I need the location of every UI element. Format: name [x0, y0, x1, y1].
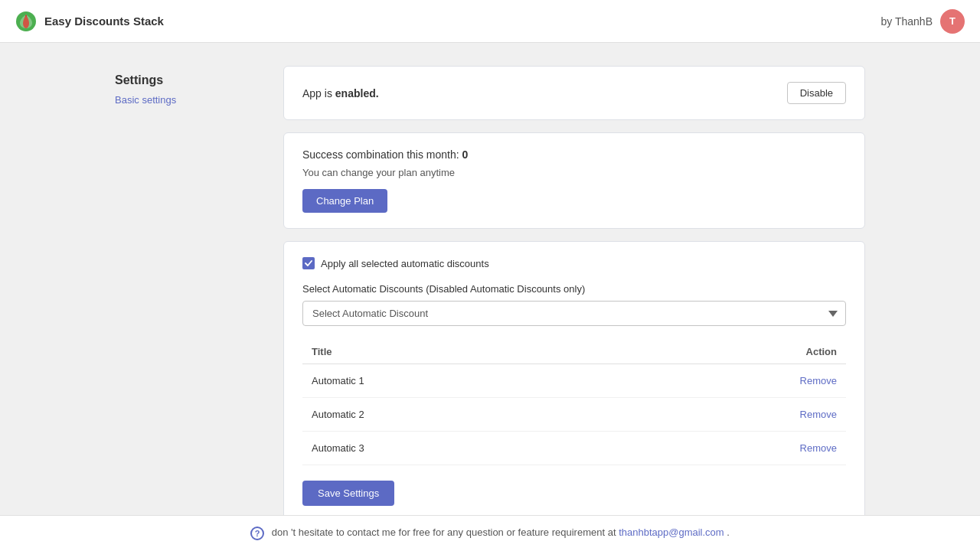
info-icon: ?	[250, 527, 264, 540]
apply-discounts-checkbox[interactable]	[302, 257, 315, 269]
select-automatic-discount[interactable]: Select Automatic Discount	[302, 301, 846, 326]
app-status-card: App is enabled. Disable	[283, 66, 865, 120]
sidebar-link-basic-settings[interactable]: Basic settings	[115, 94, 176, 106]
main-layout: Settings Basic settings App is enabled. …	[69, 43, 911, 545]
table-row: Automatic 3 Remove	[302, 432, 846, 465]
app-status-value: enabled.	[335, 87, 379, 99]
remove-button-1[interactable]: Remove	[800, 409, 837, 420]
sidebar-title: Settings	[115, 73, 253, 87]
disable-button[interactable]: Disable	[787, 82, 846, 104]
app-name: Easy Discounts Stack	[44, 15, 164, 28]
plan-card: Success combination this month: 0 You ca…	[283, 132, 865, 229]
checkbox-label: Apply all selected automatic discounts	[321, 258, 489, 269]
table-row: Automatic 2 Remove	[302, 398, 846, 432]
top-bar: Easy Discounts Stack by ThanhB T	[0, 0, 980, 43]
top-bar-right: by ThanhB T	[881, 9, 965, 34]
app-status-prefix: App is	[302, 87, 335, 99]
discount-title-2: Automatic 3	[302, 432, 608, 465]
footer-suffix: .	[727, 527, 730, 538]
select-label: Select Automatic Discounts (Disabled Aut…	[302, 283, 846, 295]
change-plan-button[interactable]: Change Plan	[302, 189, 387, 213]
content-area: App is enabled. Disable Success combinat…	[283, 66, 865, 522]
plan-combination: Success combination this month: 0	[302, 148, 846, 161]
settings-card: Apply all selected automatic discounts S…	[283, 241, 865, 522]
remove-button-2[interactable]: Remove	[800, 442, 837, 454]
footer-text: don 't hesitate to contact me for free f…	[272, 527, 619, 538]
discount-action-0[interactable]: Remove	[608, 364, 847, 398]
save-settings-button[interactable]: Save Settings	[302, 481, 394, 506]
table-row: Automatic 1 Remove	[302, 364, 846, 398]
avatar: T	[940, 9, 965, 34]
remove-button-0[interactable]: Remove	[800, 375, 837, 386]
app-logo-icon	[15, 11, 37, 32]
checkbox-row: Apply all selected automatic discounts	[302, 257, 846, 269]
combination-count: 0	[462, 148, 469, 161]
by-label: by ThanhB	[881, 15, 933, 28]
sidebar: Settings Basic settings	[115, 66, 253, 522]
footer-bar: ? don 't hesitate to contact me for free…	[0, 515, 980, 551]
table-header-row: Title Action	[302, 340, 846, 364]
app-status-text: App is enabled.	[302, 87, 379, 99]
discount-action-2[interactable]: Remove	[608, 432, 847, 465]
discount-table-body: Automatic 1 Remove Automatic 2 Remove Au…	[302, 364, 846, 465]
discount-table: Title Action Automatic 1 Remove Automati…	[302, 340, 846, 465]
col-header-action: Action	[608, 340, 847, 364]
discount-title-1: Automatic 2	[302, 398, 608, 432]
footer-email-link[interactable]: thanhbtapp@gmail.com	[619, 527, 724, 538]
col-header-title: Title	[302, 340, 608, 364]
discount-action-1[interactable]: Remove	[608, 398, 847, 432]
discount-title-0: Automatic 1	[302, 364, 608, 398]
checkmark-icon	[305, 259, 312, 267]
combination-prefix: Success combination this month:	[302, 148, 462, 161]
app-status-row: App is enabled. Disable	[302, 82, 846, 104]
top-bar-left: Easy Discounts Stack	[15, 11, 164, 32]
plan-change-text: You can change your plan anytime	[302, 167, 846, 178]
